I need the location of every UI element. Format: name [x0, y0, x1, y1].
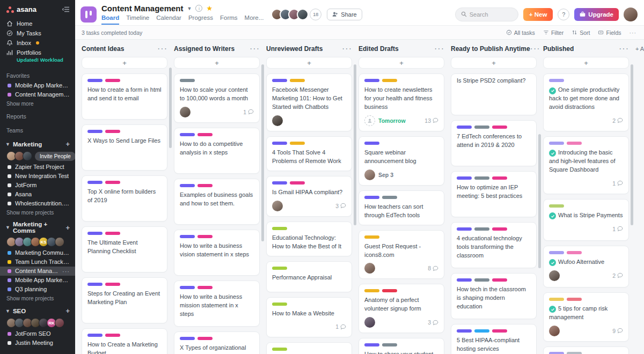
assignee-avatar[interactable]	[180, 107, 191, 117]
completed-check-icon[interactable]	[549, 87, 556, 94]
favorite-star-icon[interactable]: ★	[206, 4, 213, 12]
team-marketing[interactable]: ▼Marketing+	[0, 136, 75, 149]
toolbar-fields[interactable]: Fields	[598, 30, 621, 36]
add-project-icon[interactable]: +	[65, 307, 70, 315]
unassigned-avatar-icon[interactable]	[364, 115, 375, 126]
task-card[interactable]: Introducing the basic and high-level fea…	[543, 136, 629, 194]
sidebar-project-wholesticnutrition-com[interactable]: Wholesticnutrition.com	[0, 199, 75, 208]
avatar[interactable]	[55, 237, 64, 247]
add-project-icon[interactable]: +	[65, 224, 70, 232]
column-scrollbar[interactable]	[169, 68, 172, 148]
task-card[interactable]: How to write a business mission statemen…	[174, 281, 260, 327]
task-card[interactable]: One simple productivity hack to get more…	[543, 73, 629, 131]
sidebar-project-mobile-app-marketing-lau[interactable]: Mobile App Marketing Lau...	[0, 81, 75, 90]
completed-check-icon[interactable]	[549, 212, 556, 219]
info-icon[interactable]: i	[195, 5, 202, 12]
task-card[interactable]: Is Gmail HIPAA compliant?3	[266, 176, 352, 217]
sidebar-project-q3-planning[interactable]: Q3 planning	[0, 285, 75, 294]
toolbar-more-icon[interactable]: ···	[630, 30, 637, 36]
column-scrollbar[interactable]	[538, 134, 541, 268]
search-input[interactable]: Search	[455, 8, 518, 21]
add-task-button[interactable]: +	[266, 57, 352, 69]
avatar[interactable]	[23, 151, 32, 161]
column-scrollbar[interactable]	[354, 64, 356, 225]
column-options-icon[interactable]: ···	[619, 44, 629, 54]
task-card[interactable]: What is Stripe Payments1	[543, 199, 629, 241]
task-card[interactable]: How to Write a Business Plan	[266, 342, 352, 354]
sidebar-project-mobile-app-marketing-lau[interactable]: Mobile App Marketing Lau...	[0, 276, 75, 285]
tab-board[interactable]: Board	[101, 14, 119, 25]
sidebar-project-zapier-test-project[interactable]: Zapier Test Project	[0, 163, 75, 172]
task-card[interactable]: Guest Post Request - icons8.com8	[358, 230, 444, 279]
member-avatars[interactable]: 18	[271, 9, 321, 20]
tab-timeline[interactable]: Timeline	[126, 14, 149, 25]
task-card[interactable]: How to Create a Marketing Budget	[82, 328, 167, 354]
show-more-favorites[interactable]: Show more	[0, 99, 75, 108]
sidebar-project-jotform-seo[interactable]: JotForm SEO	[0, 329, 75, 338]
task-card[interactable]: Steps for Creating an Event Marketing Pl…	[82, 277, 167, 323]
sidebar-item-home[interactable]: Home	[0, 19, 75, 28]
task-card[interactable]: X Ways to Send Large Files	[82, 124, 167, 171]
task-card[interactable]: How to write a business vision statement…	[174, 230, 260, 276]
task-card[interactable]: Examples of business goals and how to se…	[174, 179, 260, 225]
tab-forms[interactable]: Forms	[220, 14, 238, 25]
task-card[interactable]: The Ultimate Event Planning Checklist	[82, 226, 167, 272]
reports-section-title[interactable]: Reports	[0, 108, 75, 122]
task-card[interactable]: How to create a form in html and send it…	[82, 73, 167, 120]
column-scrollbar[interactable]	[261, 64, 264, 241]
assignee-avatar[interactable]	[364, 317, 375, 328]
asana-logo[interactable]: asana	[6, 5, 36, 13]
column-scrollbar[interactable]	[631, 64, 633, 225]
invite-people-button[interactable]: Invite People	[35, 152, 75, 161]
assignee-avatar[interactable]	[272, 201, 283, 211]
show-more-projects[interactable]: Show more projects	[0, 208, 75, 217]
task-card[interactable]: Wufoo Alternative2	[543, 246, 629, 287]
help-button[interactable]: ?	[558, 9, 569, 20]
toolbar-all-tasks[interactable]: All tasks	[506, 30, 535, 36]
assignee-avatar[interactable]	[549, 270, 560, 281]
add-task-button[interactable]: +	[82, 57, 167, 69]
add-project-icon[interactable]: +	[65, 140, 70, 148]
assignee-avatar[interactable]	[549, 326, 560, 336]
add-task-button[interactable]: +	[358, 57, 444, 69]
column-options-icon[interactable]: ···	[157, 44, 167, 54]
new-button[interactable]: + New	[523, 8, 553, 21]
assignee-avatar[interactable]	[272, 115, 283, 126]
avatar[interactable]	[55, 318, 64, 328]
column-options-icon[interactable]: ···	[342, 44, 352, 54]
sidebar-collapse-icon[interactable]	[62, 6, 70, 12]
upgrade-button[interactable]: Upgrade	[574, 8, 619, 21]
task-card[interactable]: 7 EdTech conferences to attend in 2019 &…	[451, 120, 537, 166]
task-card[interactable]: How to scale your content to 100,000 wor…	[174, 73, 260, 123]
column-options-icon[interactable]: ···	[530, 44, 540, 54]
chevron-down-icon[interactable]: ▼	[187, 6, 192, 11]
sidebar-item-portfolios[interactable]: PortfoliosUpdated! Workload	[0, 48, 75, 64]
sidebar-project-content-management[interactable]: Content Management···	[0, 267, 75, 276]
completed-check-icon[interactable]	[549, 150, 556, 157]
project-options-icon[interactable]: ···	[62, 268, 70, 275]
task-card[interactable]: X Types of organizational structures	[174, 331, 260, 354]
task-card[interactable]: 4 educational technology tools transform…	[451, 222, 537, 268]
task-card[interactable]: How to share your student data with coll…	[358, 338, 444, 354]
sidebar-project-team-lunch-tracking[interactable]: Team Lunch Tracking	[0, 257, 75, 267]
add-task-button[interactable]: +	[451, 57, 537, 69]
task-card[interactable]: Square webinar announcement blogSep 3	[358, 136, 444, 186]
team-seo[interactable]: ▼SEO+	[0, 303, 75, 316]
sidebar-project-new-integration-test[interactable]: New Integration Test	[0, 172, 75, 181]
tab-progress[interactable]: Progress	[188, 14, 213, 25]
tab-more[interactable]: More...	[245, 14, 264, 25]
toolbar-filter[interactable]: Filter	[543, 30, 564, 36]
completed-check-icon[interactable]	[549, 259, 556, 266]
assignee-avatar[interactable]	[364, 169, 375, 180]
task-card[interactable]: How to optimize an IEP meeting: 5 best p…	[451, 171, 537, 217]
share-button[interactable]: Share	[327, 9, 362, 20]
task-card[interactable]: 5 Best HIPAA-compliant hosting services	[451, 324, 537, 354]
assignee-avatar[interactable]	[364, 263, 375, 274]
sidebar-item-inbox[interactable]: Inbox	[0, 38, 75, 48]
task-card[interactable]: 4 Tools That Solve 4 Problems of Remote …	[266, 136, 352, 171]
task-card[interactable]: Educational Technology: How to Make the …	[266, 222, 352, 256]
task-card[interactable]: Top X online form builders of 2019	[82, 175, 167, 222]
sidebar-project-content-management[interactable]: Content Management	[0, 90, 75, 99]
show-more-projects[interactable]: Show more projects	[0, 294, 75, 303]
sidebar-item-my-tasks[interactable]: My Tasks	[0, 28, 75, 38]
